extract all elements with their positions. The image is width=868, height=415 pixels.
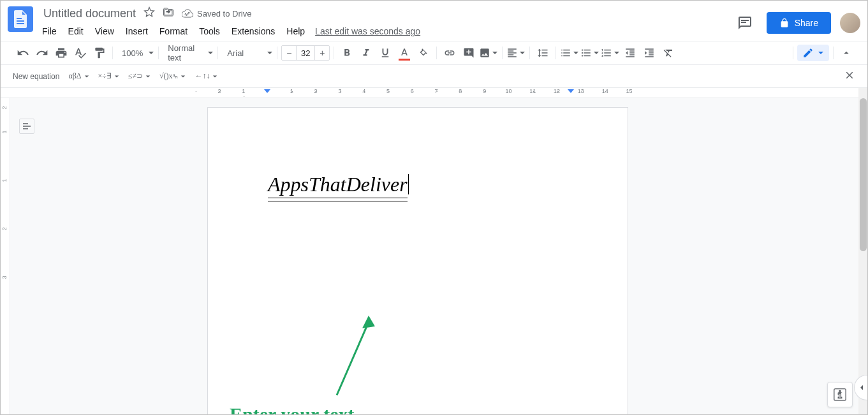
checklist-button[interactable]: [560, 47, 579, 59]
style-dropdown[interactable]: Normal text: [163, 43, 214, 62]
equation-content[interactable]: AppsThatDeliver: [268, 173, 408, 198]
editing-mode-button[interactable]: [797, 45, 829, 61]
menu-help[interactable]: Help: [281, 24, 310, 39]
line-spacing-button[interactable]: [534, 44, 552, 62]
explore-button[interactable]: [827, 382, 853, 407]
print-button[interactable]: [52, 44, 70, 62]
eq-math-dropdown[interactable]: √()xⁿₙ: [159, 71, 186, 81]
font-size-input[interactable]: [296, 46, 315, 60]
move-icon[interactable]: [163, 6, 174, 20]
zoom-dropdown[interactable]: 100%: [117, 48, 154, 58]
bold-button[interactable]: [338, 44, 356, 62]
indent-marker-left[interactable]: [264, 89, 270, 96]
docs-logo[interactable]: [8, 6, 33, 32]
user-avatar[interactable]: [840, 13, 860, 33]
share-button[interactable]: Share: [767, 12, 831, 34]
undo-button[interactable]: [14, 44, 32, 62]
menu-extensions[interactable]: Extensions: [226, 24, 280, 39]
insert-comment-button[interactable]: [460, 44, 478, 62]
bullet-list-button[interactable]: [580, 47, 600, 59]
lock-icon: [779, 18, 790, 28]
font-dropdown[interactable]: Arial: [222, 48, 273, 58]
menu-insert[interactable]: Insert: [121, 24, 153, 39]
cloud-icon: [182, 8, 193, 19]
clear-format-button[interactable]: [659, 44, 677, 62]
last-edit-info[interactable]: Last edit was seconds ago: [315, 26, 420, 36]
indent-decrease-button[interactable]: [621, 44, 639, 62]
align-button[interactable]: [506, 47, 526, 59]
star-icon[interactable]: [143, 6, 155, 20]
comment-icon: [737, 15, 753, 31]
cloud-status[interactable]: Saved to Drive: [182, 8, 251, 19]
insert-link-button[interactable]: [441, 44, 459, 62]
indent-marker-right[interactable]: [568, 89, 574, 96]
scrollbar-thumb[interactable]: [860, 98, 867, 251]
spellcheck-button[interactable]: [71, 44, 89, 62]
italic-button[interactable]: [357, 44, 375, 62]
document-title[interactable]: Untitled document: [40, 6, 140, 22]
eq-operators-dropdown[interactable]: ×÷∃: [98, 71, 119, 81]
ruler-horizontal[interactable]: 21123456789101112131415: [0, 88, 858, 98]
share-label: Share: [795, 18, 818, 28]
redo-button[interactable]: [33, 44, 51, 62]
highlight-button[interactable]: [415, 44, 432, 62]
outline-button[interactable]: [19, 119, 34, 134]
font-size-control: − +: [281, 45, 330, 61]
saved-label: Saved to Drive: [197, 9, 251, 18]
pencil-icon: [802, 47, 814, 59]
close-equation-bar[interactable]: [844, 69, 855, 84]
paint-format-button[interactable]: [91, 44, 108, 62]
font-size-increase[interactable]: +: [315, 48, 329, 58]
menu-tools[interactable]: Tools: [194, 24, 225, 39]
font-size-decrease[interactable]: −: [282, 48, 296, 58]
document-page[interactable]: AppsThatDeliver: [207, 107, 628, 415]
menu-view[interactable]: View: [90, 24, 119, 39]
new-equation-button[interactable]: New equation: [13, 72, 59, 81]
collapse-toolbar-button[interactable]: [837, 44, 855, 62]
text-cursor: [408, 174, 409, 194]
number-list-button[interactable]: [601, 47, 620, 59]
eq-arrows-dropdown[interactable]: ←↑↓: [195, 71, 217, 81]
comments-button[interactable]: [732, 10, 758, 36]
ruler-vertical[interactable]: 2 1 1 2 3: [0, 98, 10, 415]
scrollbar-vertical[interactable]: [858, 88, 868, 415]
insert-image-button[interactable]: [479, 47, 498, 59]
text-color-button[interactable]: [395, 44, 413, 62]
menu-file[interactable]: File: [37, 24, 62, 39]
eq-relations-dropdown[interactable]: ≤≠⊃: [128, 71, 151, 81]
chevron-down-icon: [818, 50, 824, 56]
side-panel-handle[interactable]: [854, 375, 868, 400]
underline-button[interactable]: [376, 44, 394, 62]
indent-increase-button[interactable]: [640, 44, 658, 62]
eq-greek-dropdown[interactable]: αβΔ: [68, 71, 89, 81]
menu-edit[interactable]: Edit: [63, 24, 89, 39]
menu-format[interactable]: Format: [154, 24, 193, 39]
